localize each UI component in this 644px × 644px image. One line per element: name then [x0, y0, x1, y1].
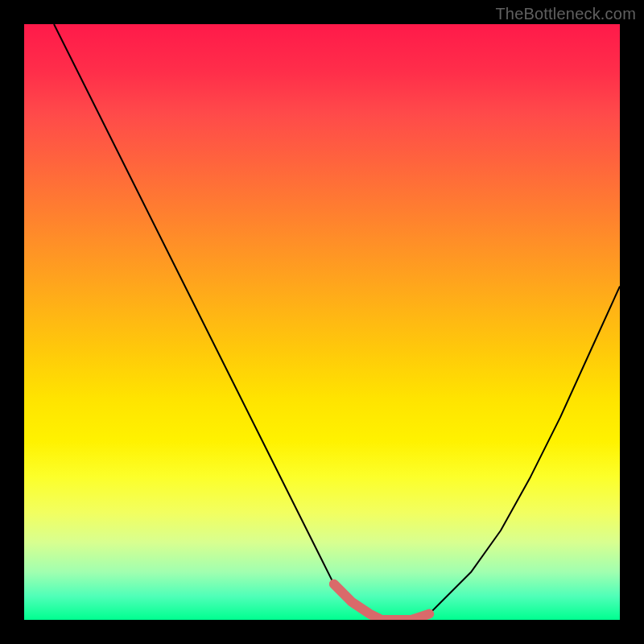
- chart-container: TheBottleneck.com: [0, 0, 644, 644]
- highlight-band: [334, 584, 429, 620]
- plot-area: [24, 24, 620, 620]
- curve-svg: [24, 24, 620, 620]
- watermark-text: TheBottleneck.com: [495, 5, 636, 23]
- bottleneck-curve: [54, 24, 620, 620]
